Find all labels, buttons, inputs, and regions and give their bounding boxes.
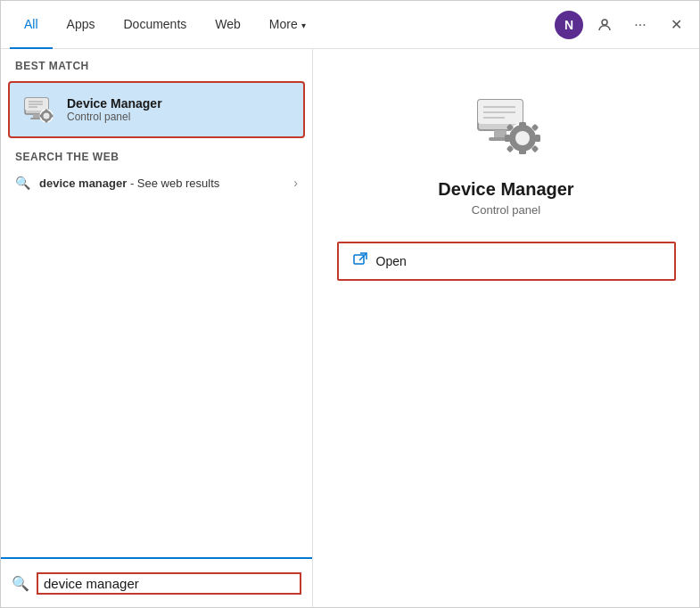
tab-all-label: All: [24, 17, 38, 31]
svg-rect-31: [354, 255, 364, 264]
search-window: All Apps Documents Web More N: [0, 0, 700, 608]
feedback-icon[interactable]: [590, 11, 619, 39]
open-label: Open: [376, 254, 407, 268]
ellipsis-label: ···: [634, 17, 646, 33]
svg-point-22: [515, 131, 530, 145]
right-app-icon: [466, 85, 547, 165]
svg-rect-19: [494, 130, 506, 137]
tab-apps[interactable]: Apps: [53, 1, 110, 49]
best-match-text: Device Manager Control panel: [67, 96, 162, 123]
web-search-label: Search the web: [1, 142, 312, 167]
left-spacer: [1, 199, 312, 557]
best-match-item[interactable]: Device Manager Control panel: [8, 81, 305, 138]
web-search-query: device manager: [39, 177, 127, 190]
svg-rect-23: [519, 122, 526, 127]
search-bar: 🔍: [1, 557, 312, 607]
chevron-down-icon: [301, 17, 306, 31]
nav-right-area: N ··· ✕: [555, 11, 690, 39]
tab-apps-label: Apps: [67, 17, 95, 31]
svg-line-32: [359, 253, 366, 260]
search-icon: 🔍: [15, 176, 30, 190]
right-app-type: Control panel: [472, 203, 540, 217]
open-icon: [353, 252, 367, 270]
best-match-title: Device Manager: [67, 96, 162, 111]
more-options-icon[interactable]: ···: [626, 11, 655, 39]
web-search-suffix: - See web results: [127, 177, 219, 190]
tab-more-label: More: [269, 17, 298, 31]
search-input[interactable]: [37, 572, 301, 595]
open-button[interactable]: Open: [337, 242, 676, 281]
svg-rect-6: [33, 114, 40, 118]
svg-rect-11: [45, 120, 48, 123]
tab-documents-label: Documents: [123, 17, 186, 31]
nav-tabs: All Apps Documents Web More N: [1, 1, 699, 49]
web-search-text: device manager - See web results: [39, 177, 284, 190]
user-avatar[interactable]: N: [555, 11, 583, 39]
svg-rect-25: [505, 135, 510, 142]
tab-web[interactable]: Web: [201, 1, 255, 49]
search-bar-icon: 🔍: [12, 575, 29, 592]
web-search-item[interactable]: 🔍 device manager - See web results ›: [1, 167, 312, 199]
right-panel: Device Manager Control panel Open: [313, 49, 699, 607]
tab-web-label: Web: [215, 17, 241, 31]
svg-point-0: [602, 20, 607, 25]
svg-rect-10: [45, 110, 48, 112]
close-icon[interactable]: ✕: [662, 11, 690, 39]
svg-rect-13: [51, 115, 54, 118]
close-label: ✕: [671, 16, 682, 33]
tab-more[interactable]: More: [255, 1, 320, 49]
device-manager-icon: [21, 92, 56, 127]
svg-rect-12: [40, 115, 43, 118]
avatar-letter: N: [564, 18, 573, 32]
web-chevron-icon: ›: [293, 176, 298, 190]
tab-documents[interactable]: Documents: [109, 1, 201, 49]
main-content: Best match: [1, 49, 699, 607]
svg-point-9: [44, 113, 50, 119]
right-app-name: Device Manager: [438, 179, 573, 200]
best-match-subtitle: Control panel: [67, 111, 162, 123]
svg-rect-24: [519, 149, 526, 154]
svg-rect-26: [535, 135, 540, 142]
best-match-section-label: Best match: [1, 49, 312, 78]
left-panel: Best match: [1, 49, 313, 607]
tab-all[interactable]: All: [10, 1, 53, 49]
